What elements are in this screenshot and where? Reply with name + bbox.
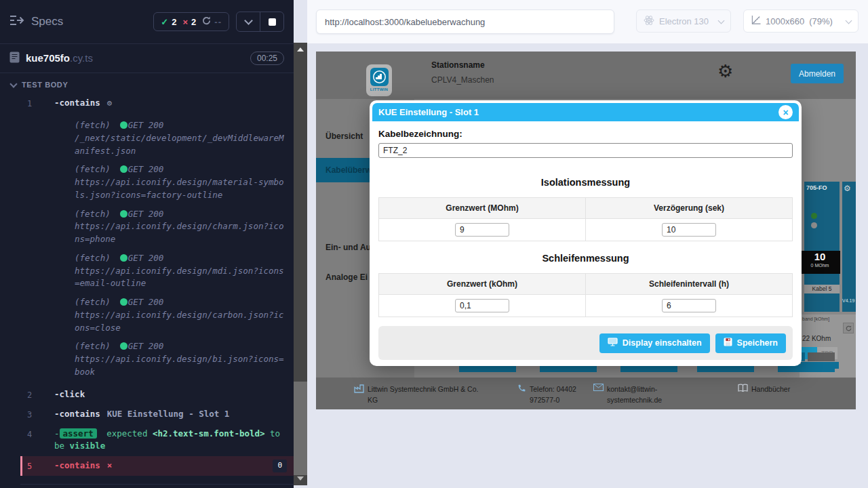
- gear-icon: ⚙: [107, 98, 112, 108]
- littwin-logo: LITTWIN: [366, 64, 392, 96]
- modal-title: KUE Einstellung - Slot 1: [378, 107, 479, 117]
- station-label: Stationsname: [431, 60, 494, 70]
- command-name: -click: [54, 389, 85, 399]
- cable-card-background: 705-FO ⚙ 10 0 MOhm Kabel 5 V4.19 band [k…: [804, 182, 856, 378]
- email-icon: [593, 384, 604, 392]
- modal-header: KUE Einstellung - Slot 1 ×: [372, 103, 799, 121]
- fetch-url: https://api.iconify.design/carbon.json?i…: [75, 310, 284, 333]
- specs-list-icon[interactable]: [9, 15, 24, 28]
- chevron-down-icon: [846, 17, 852, 24]
- fetch-url: https://api.iconify.design/charm.json?ic…: [75, 221, 284, 244]
- browser-selector[interactable]: Electron 130: [636, 9, 731, 33]
- spec-row[interactable]: kue705fo.cy.ts 00:25: [0, 44, 294, 73]
- command-number: 5: [27, 460, 54, 472]
- scroll-up-arrow-icon[interactable]: [297, 47, 304, 52]
- isolation-verzoegerung-input[interactable]: [662, 223, 716, 237]
- chevron-down-icon: [244, 16, 253, 25]
- isolation-grenzwert-input[interactable]: [455, 223, 509, 237]
- command-click[interactable]: 2 -click: [20, 385, 294, 405]
- modal-body: Kabelbezeichnung: Isolationsmessung Gren…: [372, 121, 799, 360]
- loop-section-title: Schleifenmessung: [378, 253, 793, 264]
- passed-check-icon: ✓: [161, 17, 168, 27]
- success-dot-icon: [120, 121, 127, 129]
- specs-title: Specs: [31, 15, 63, 28]
- table-cell: [379, 295, 586, 317]
- command-contains-1[interactable]: 1 -contains⚙: [20, 94, 294, 113]
- fail-x-icon: ×: [107, 460, 113, 470]
- electron-icon: [644, 15, 654, 28]
- cable-designation-input[interactable]: [378, 143, 793, 158]
- retry-count-badge: 0: [273, 460, 287, 472]
- close-icon[interactable]: ×: [778, 105, 793, 119]
- status-dot-green: [811, 213, 817, 219]
- loop-col-intervall: Schleifenintervall (h): [586, 274, 793, 295]
- loop-col-grenzwert: Grenzwert (kOhm): [379, 274, 586, 295]
- cable-chip: Kabel 5: [804, 285, 840, 293]
- card-gear-icon[interactable]: ⚙: [844, 184, 851, 193]
- test-body-label: TEST BODY: [22, 81, 68, 89]
- chevron-down-icon: [9, 80, 17, 87]
- url-input[interactable]: [317, 10, 614, 33]
- command-contains-failed[interactable]: 5 -contains× 0: [20, 456, 294, 476]
- factory-icon: [354, 384, 364, 394]
- test-body-toggle[interactable]: TEST BODY: [0, 73, 294, 94]
- save-button[interactable]: Speichern: [715, 333, 786, 353]
- loop-table: Grenzwert (kOhm) Schleifenintervall (h): [378, 273, 793, 317]
- version-label: V4.19: [842, 298, 854, 303]
- kue-settings-modal: KUE Einstellung - Slot 1 × Kabelbezeichn…: [370, 100, 802, 366]
- loop-intervall-input[interactable]: [662, 299, 716, 312]
- fetch-url: https://api.iconify.design/bi.json?icons…: [75, 354, 284, 377]
- loop-grenzwert-input[interactable]: [455, 299, 509, 312]
- command-number: 2: [27, 388, 54, 401]
- command-number: 3: [27, 408, 54, 421]
- success-dot-icon: [120, 342, 127, 350]
- scroll-down-arrow-icon[interactable]: [297, 476, 304, 481]
- viewport-selector[interactable]: 1000x660 (79%): [743, 9, 859, 33]
- chevron-down-icon: [718, 17, 725, 24]
- assert-badge: assert: [60, 428, 97, 439]
- cypress-reporter: Specs ✓ 2 × 2 -- kue705fo.cy.ts 00:25: [0, 0, 294, 488]
- card-panel: [842, 182, 856, 312]
- command-number: 4: [27, 428, 54, 441]
- browser-name: Electron 130: [659, 16, 709, 26]
- email-address[interactable]: kontakt@littwin-systemtechnik.de: [607, 384, 668, 406]
- footer-company: Littwin Systemtechnik GmbH & Co. KG: [354, 384, 487, 406]
- fetch-url: https://api.iconify.design/mdi.json?icon…: [75, 266, 284, 289]
- table-cell: [586, 295, 793, 317]
- collapse-button[interactable]: [237, 12, 260, 31]
- resistance-value: 22 KOhm: [802, 335, 831, 342]
- spec-file-icon: [9, 52, 20, 66]
- display-on-button[interactable]: Display einschalten: [599, 333, 710, 353]
- fetch-log-entry: (fetch)GET 200/_next/static/development/…: [75, 119, 284, 157]
- reporter-scrollbar[interactable]: [294, 43, 307, 485]
- viewport-zoom: (79%): [809, 16, 833, 26]
- url-bar[interactable]: [316, 9, 614, 34]
- logout-button[interactable]: Abmelden: [791, 64, 844, 83]
- footer-manuals: Handbücher: [738, 384, 790, 394]
- settings-gear-icon[interactable]: ⚙: [717, 62, 733, 80]
- command-assert[interactable]: 4 -assert expected <h2.text-sm.font-bold…: [20, 424, 294, 457]
- success-dot-icon: [120, 210, 127, 218]
- spec-duration: 00:25: [250, 52, 284, 65]
- fetch-log-entry: (fetch)GET 200https://api.iconify.design…: [75, 296, 284, 334]
- command-contains-2[interactable]: 3 -containsKUE Einstellung - Slot 1: [20, 405, 294, 424]
- scrollbar-thumb[interactable]: [294, 382, 307, 475]
- company-name: Littwin Systemtechnik GmbH & Co. KG: [368, 384, 487, 406]
- stop-button[interactable]: [260, 12, 283, 31]
- fetch-log-entry: (fetch)GET 200https://api.iconify.design…: [75, 208, 284, 246]
- fetch-log-entry: (fetch)GET 200https://api.iconify.design…: [75, 163, 284, 201]
- fetch-url: https://api.iconify.design/material-symb…: [75, 177, 284, 200]
- refresh-icon[interactable]: [843, 323, 854, 333]
- stat-passed: ✓ 2: [161, 17, 176, 27]
- phone-number[interactable]: Telefon: 04402 972577-0: [530, 384, 589, 406]
- manuals-link[interactable]: Handbücher: [751, 384, 790, 394]
- log-divider: [20, 484, 294, 488]
- band-label: band [kOhm]: [800, 314, 856, 321]
- modal-footer: Display einschalten Speichern: [378, 326, 793, 360]
- command-name: -contains: [54, 460, 100, 470]
- spec-name: kue705fo: [26, 52, 70, 64]
- isolation-section-title: Isolationsmessung: [378, 177, 793, 188]
- viewport-size: 1000x660: [766, 16, 804, 26]
- isolation-col-verzoegerung: Verzögerung (sek): [586, 198, 793, 219]
- command-name: -contains: [54, 409, 100, 419]
